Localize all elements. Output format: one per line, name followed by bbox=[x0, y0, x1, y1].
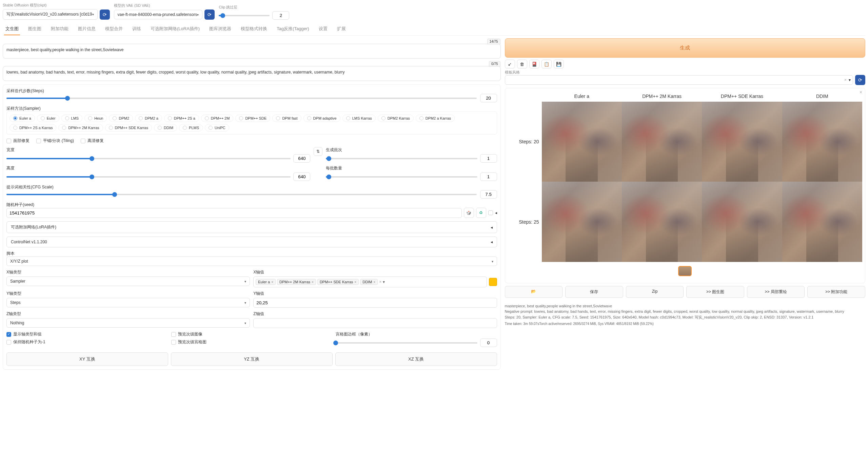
send-inpaint-button[interactable]: >> 局部重绘 bbox=[747, 286, 805, 298]
output-thumbnail[interactable] bbox=[678, 266, 692, 276]
output-image[interactable] bbox=[542, 182, 622, 262]
seed-input[interactable] bbox=[6, 208, 462, 218]
include-sub-checkbox[interactable]: 预览次级图像 bbox=[171, 331, 333, 337]
margin-slider[interactable] bbox=[336, 341, 477, 345]
vae-refresh-button[interactable]: ⟳ bbox=[204, 9, 215, 20]
output-image[interactable] bbox=[702, 182, 782, 262]
x-token[interactable]: DPM++ SDE Karras × bbox=[317, 279, 359, 285]
seed-extra-checkbox[interactable] bbox=[488, 210, 493, 215]
ckpt-refresh-button[interactable]: ⟳ bbox=[100, 9, 110, 20]
margin-input[interactable] bbox=[480, 339, 497, 347]
tab-10[interactable]: 设置 bbox=[317, 23, 329, 35]
sampler-radio-dpm++-2m[interactable]: DPM++ 2M bbox=[201, 115, 234, 122]
remove-token-icon[interactable]: × bbox=[354, 280, 356, 284]
xz-swap-button[interactable]: XZ 互换 bbox=[335, 352, 497, 366]
sampler-radio-lms[interactable]: LMS bbox=[61, 115, 83, 122]
steps-input[interactable] bbox=[480, 94, 497, 102]
x-token[interactable]: DPM++ 2M Karras × bbox=[277, 279, 316, 285]
width-slider[interactable] bbox=[6, 157, 291, 161]
sampler-radio-dpm-fast[interactable]: DPM fast bbox=[272, 115, 301, 122]
output-image[interactable] bbox=[622, 182, 702, 262]
zip-button[interactable]: Zip bbox=[626, 286, 684, 298]
tab-8[interactable]: 模型格式转换 bbox=[239, 23, 269, 35]
tab-7[interactable]: 图库浏览器 bbox=[208, 23, 233, 35]
x-token[interactable]: Euler a × bbox=[256, 279, 276, 285]
sampler-radio-ddim[interactable]: DDIM bbox=[154, 124, 177, 131]
sampler-radio-dpm2[interactable]: DPM2 bbox=[109, 115, 133, 122]
include-sub-grid-checkbox[interactable]: 预览次级宫格图 bbox=[171, 339, 333, 345]
clear-tokens-icon[interactable]: × bbox=[379, 280, 381, 284]
send-img2img-button[interactable]: >> 图生图 bbox=[686, 286, 744, 298]
output-image[interactable] bbox=[702, 102, 782, 182]
width-input[interactable] bbox=[293, 154, 310, 163]
template-refresh-button[interactable]: ⟳ bbox=[855, 75, 865, 85]
remove-token-icon[interactable]: × bbox=[312, 280, 314, 284]
cfg-input[interactable] bbox=[480, 190, 497, 199]
sampler-radio-euler-a[interactable]: Euler a bbox=[9, 115, 35, 122]
output-image[interactable] bbox=[622, 102, 702, 182]
tab-9[interactable]: Tag反推(Tagger) bbox=[275, 23, 310, 35]
remove-token-icon[interactable]: × bbox=[271, 280, 273, 284]
sampler-radio-euler[interactable]: Euler bbox=[37, 115, 59, 122]
tab-5[interactable]: 训练 bbox=[131, 23, 142, 35]
sampler-radio-dpm2-a[interactable]: DPM2 a bbox=[135, 115, 162, 122]
height-slider[interactable] bbox=[6, 175, 291, 179]
y-type-dropdown[interactable]: Steps▾ bbox=[6, 298, 250, 307]
script-dropdown[interactable]: X/Y/Z plot▾ bbox=[6, 257, 497, 266]
lora-accordion[interactable]: 可选附加网络(LoRA插件)◂ bbox=[6, 221, 497, 233]
tab-0[interactable]: 文生图 bbox=[4, 23, 20, 35]
clip-slider[interactable] bbox=[219, 14, 270, 18]
sampler-radio-dpm++-2m-karras[interactable]: DPM++ 2M Karras bbox=[58, 124, 103, 131]
save-button[interactable]: 保存 bbox=[565, 286, 623, 298]
x-type-dropdown[interactable]: Sampler▾ bbox=[6, 277, 250, 286]
batch-size-slider[interactable] bbox=[326, 175, 477, 179]
x-values-fill-button[interactable] bbox=[489, 278, 497, 286]
tab-2[interactable]: 附加功能 bbox=[50, 23, 70, 35]
seed-reuse-button[interactable]: ♻ bbox=[476, 208, 486, 218]
sampler-radio-unipc[interactable]: UniPC bbox=[205, 124, 229, 131]
paste-button[interactable]: 📋 bbox=[541, 60, 552, 68]
hires-checkbox[interactable]: 高清修复 bbox=[81, 138, 104, 144]
x-values-input[interactable]: Euler a ×DPM++ 2M Karras ×DPM++ SDE Karr… bbox=[253, 277, 487, 287]
negative-prompt[interactable]: 0/75 lowres, bad anatomy, bad hands, tex… bbox=[3, 66, 501, 81]
remove-token-icon[interactable]: × bbox=[373, 280, 375, 284]
seed-random-button[interactable]: 🎲 bbox=[464, 208, 474, 218]
sampler-radio-dpm++-sde[interactable]: DPM++ SDE bbox=[235, 115, 270, 122]
cfg-slider[interactable] bbox=[6, 192, 477, 197]
save-style-button[interactable]: 💾 bbox=[554, 60, 564, 68]
x-token[interactable]: DDIM × bbox=[360, 279, 378, 285]
styles-button[interactable]: 🎴 bbox=[529, 60, 539, 68]
xy-swap-button[interactable]: XY 互换 bbox=[6, 352, 168, 366]
sampler-radio-dpm-adaptive[interactable]: DPM adaptive bbox=[303, 115, 340, 122]
open-folder-button[interactable]: 📂 bbox=[505, 286, 563, 298]
ckpt-dropdown[interactable]: 写实\realisticVisionV20_v20.safetensors [c… bbox=[3, 9, 98, 20]
output-image[interactable] bbox=[782, 102, 862, 182]
tab-4[interactable]: 模型合并 bbox=[104, 23, 124, 35]
tab-11[interactable]: 扩展 bbox=[336, 23, 347, 35]
swap-wh-button[interactable]: ⇅ bbox=[314, 147, 322, 156]
send-extras-button[interactable]: >> 附加功能 bbox=[807, 286, 865, 298]
sampler-radio-dpm++-2s-a[interactable]: DPM++ 2S a bbox=[164, 115, 199, 122]
sampler-radio-dpm2-karras[interactable]: DPM2 Karras bbox=[378, 115, 414, 122]
sampler-radio-dpm++-2s-a-karras[interactable]: DPM++ 2S a Karras bbox=[9, 124, 56, 131]
batch-size-input[interactable] bbox=[480, 172, 497, 181]
z-type-dropdown[interactable]: Nothing▾ bbox=[6, 318, 250, 328]
clear-prompt-button[interactable]: 🗑 bbox=[517, 60, 527, 68]
seed-extra-arrow[interactable]: ◂ bbox=[495, 210, 497, 215]
sampler-radio-heun[interactable]: Heun bbox=[84, 115, 107, 122]
face-restore-checkbox[interactable]: 面部修复 bbox=[6, 138, 29, 144]
generate-button[interactable]: 生成 bbox=[505, 38, 865, 58]
tab-3[interactable]: 图片信息 bbox=[77, 23, 97, 35]
batch-count-input[interactable] bbox=[480, 154, 497, 163]
yz-swap-button[interactable]: YZ 互换 bbox=[171, 352, 333, 366]
y-values-input[interactable] bbox=[253, 298, 497, 308]
sampler-radio-dpm++-sde-karras[interactable]: DPM++ SDE Karras bbox=[105, 124, 152, 131]
apply-prompt-button[interactable]: ↙ bbox=[505, 60, 515, 68]
controlnet-accordion[interactable]: ControlNet v1.1.200◂ bbox=[6, 237, 497, 247]
height-input[interactable] bbox=[293, 172, 310, 181]
output-image[interactable] bbox=[782, 182, 862, 262]
clip-value-input[interactable] bbox=[272, 11, 289, 20]
tiling-checkbox[interactable]: 平铺/分块 (Tiling) bbox=[36, 138, 74, 144]
sampler-radio-lms-karras[interactable]: LMS Karras bbox=[342, 115, 376, 122]
tab-1[interactable]: 图生图 bbox=[27, 23, 43, 35]
